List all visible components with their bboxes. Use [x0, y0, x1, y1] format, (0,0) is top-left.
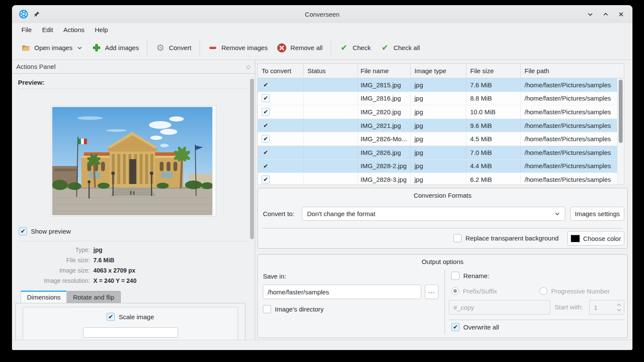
file-size-cell: 4.4 MiB — [466, 160, 521, 173]
row-checkbox[interactable] — [262, 135, 270, 143]
row-checkbox[interactable] — [262, 81, 270, 89]
header-to-convert[interactable]: To convert — [258, 64, 304, 78]
menu-help[interactable]: Help — [89, 24, 113, 35]
row-checkbox[interactable] — [262, 122, 270, 130]
table-row[interactable]: IMG_2826.jpgjpg7.0 MiB/home/faster/Pictu… — [258, 146, 617, 160]
status-cell — [304, 146, 358, 159]
row-checkbox[interactable] — [262, 148, 270, 157]
show-preview-row: Show preview — [19, 227, 255, 235]
close-button[interactable] — [616, 9, 626, 19]
minimize-button[interactable] — [585, 9, 595, 19]
choose-color-button[interactable]: Choose color — [567, 231, 624, 246]
spinner-up-icon[interactable] — [617, 303, 621, 306]
add-images-button[interactable]: Add images — [87, 40, 143, 56]
row-checkbox[interactable] — [262, 94, 270, 102]
remove-images-label: Remove images — [221, 44, 268, 51]
resolution-value: X = 240 Y = 240 — [93, 277, 255, 284]
tab-dimensions[interactable]: Dimensions — [21, 291, 67, 303]
replace-bg-label: Replace transparent background — [465, 234, 559, 242]
remove-all-button[interactable]: Remove all — [272, 40, 327, 56]
show-preview-checkbox[interactable] — [19, 227, 27, 235]
check-button[interactable]: ✔ Check — [334, 40, 376, 56]
format-combobox[interactable]: Don't change the format — [302, 207, 565, 221]
check-all-label: Check all — [394, 44, 420, 51]
actions-panel-header[interactable]: Actions Panel ◇ — [12, 60, 255, 74]
spinner-down-icon[interactable] — [617, 309, 621, 312]
save-path-input[interactable] — [263, 285, 421, 299]
overwrite-all-label: Overwrite all — [463, 323, 499, 331]
header-image-type[interactable]: Image type — [411, 64, 466, 78]
menu-file[interactable]: File — [16, 24, 37, 35]
rename-pattern-input[interactable] — [449, 300, 550, 315]
pin-icon[interactable] — [33, 11, 40, 18]
check-all-button[interactable]: ✔ Check all — [376, 40, 425, 56]
titlebar[interactable]: Converseen — [12, 5, 632, 23]
status-cell — [304, 173, 358, 184]
row-checkbox[interactable] — [262, 162, 270, 170]
header-file-name[interactable]: File name — [358, 64, 411, 78]
menu-actions[interactable]: Actions — [58, 24, 89, 35]
open-folder-icon — [21, 43, 30, 53]
progressive-number-radio[interactable] — [540, 287, 547, 295]
images-directory-label: Image's directory — [275, 306, 324, 313]
table-row[interactable]: IMG_2816.jpgjpg8.8 MiB/home/faster/Pictu… — [258, 92, 617, 106]
image-type-cell: jpg — [411, 146, 466, 159]
output-options-group: Output options Save in: ... Image's dire… — [257, 254, 628, 338]
app-icon — [19, 9, 28, 19]
convert-label: Convert — [169, 44, 191, 51]
file-size-cell: 7.6 MiB — [466, 78, 521, 92]
progressive-number-label: Progressive Number — [551, 288, 610, 295]
actions-panel: Actions Panel ◇ Preview: — [12, 60, 255, 340]
file-name-cell: IMG_2816.jpg — [358, 92, 411, 105]
maximize-button[interactable] — [601, 9, 610, 19]
image-size-value: 4063 x 2709 px — [93, 267, 255, 274]
scale-image-checkbox[interactable] — [107, 313, 115, 321]
add-images-label: Add images — [105, 44, 139, 51]
toolbar-separator — [147, 41, 147, 55]
prefix-suffix-radio[interactable] — [451, 287, 459, 295]
images-directory-checkbox[interactable] — [263, 305, 271, 313]
row-checkbox[interactable] — [262, 175, 270, 184]
image-type-cell: jpg — [411, 105, 466, 119]
table-row[interactable]: IMG_2815.jpgjpg7.6 MiB/home/faster/Pictu… — [258, 78, 617, 92]
overwrite-all-checkbox[interactable] — [451, 323, 459, 331]
menu-edit[interactable]: Edit — [37, 24, 58, 35]
header-file-path[interactable]: File path — [521, 64, 624, 78]
header-status[interactable]: Status — [304, 64, 358, 78]
table-row[interactable]: IMG_2826-Mo...jpg4.5 MiB/home/faster/Pic… — [258, 132, 617, 146]
scale-image-label: Scale image — [119, 313, 154, 320]
table-row[interactable]: IMG_2820.jpgjpg10.0 MiB/home/faster/Pict… — [258, 105, 617, 119]
check-label: Check — [352, 44, 371, 51]
to-convert-cell — [258, 105, 304, 119]
table-row[interactable]: IMG_2828-3.jpgjpg6.2 MiB/home/faster/Pic… — [258, 173, 617, 184]
type-value: jpg — [93, 246, 255, 253]
file-name-cell: IMG_2820.jpg — [358, 105, 411, 119]
open-images-button[interactable]: Open images — [16, 40, 87, 56]
replace-bg-checkbox[interactable] — [453, 234, 462, 242]
resolution-label: Image resolution: — [18, 277, 90, 284]
table-row[interactable]: IMG_2821.jpgjpg9.6 MiB/home/faster/Pictu… — [258, 119, 617, 133]
file-size-cell: 8.8 MiB — [466, 92, 521, 105]
tab-rotate-flip[interactable]: Rotate and flip — [67, 291, 121, 303]
start-with-spinner[interactable]: 1 — [589, 300, 624, 315]
file-name-cell: IMG_2828-2.jpg — [358, 160, 411, 173]
row-checkbox[interactable] — [262, 108, 270, 116]
scale-width-input[interactable] — [83, 327, 178, 338]
divider — [18, 241, 249, 241]
actions-panel-scrollbar[interactable] — [250, 79, 254, 335]
images-settings-button[interactable]: Images settings — [570, 207, 624, 221]
rename-checkbox[interactable] — [451, 272, 459, 280]
files-table-scrollbar[interactable] — [617, 78, 624, 184]
remove-images-button[interactable]: Remove images — [203, 40, 272, 56]
header-file-size[interactable]: File size — [466, 64, 521, 78]
prefix-suffix-label: Prefix/Suffix — [463, 288, 497, 295]
open-images-dropdown-icon[interactable] — [77, 45, 82, 50]
convert-button[interactable]: ⚙ Convert — [151, 40, 196, 56]
image-type-cell: jpg — [411, 119, 466, 132]
table-row[interactable]: IMG_2828-2.jpgjpg4.4 MiB/home/faster/Pic… — [258, 160, 617, 173]
save-in-label: Save in: — [263, 273, 286, 280]
browse-button[interactable]: ... — [425, 285, 438, 299]
image-type-cell: jpg — [411, 160, 466, 173]
status-cell — [304, 160, 358, 173]
float-diamond-icon[interactable]: ◇ — [246, 63, 250, 70]
